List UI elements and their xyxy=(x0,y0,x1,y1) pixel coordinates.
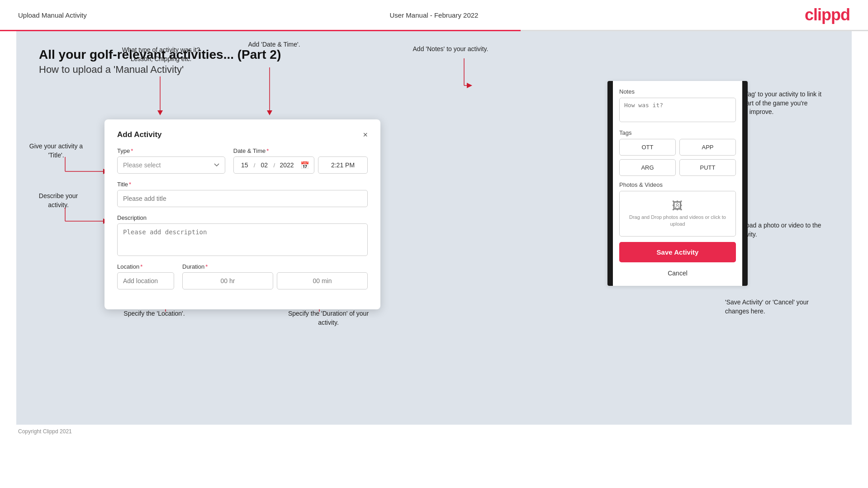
annotation-describe: Describe your activity. xyxy=(29,192,88,209)
top-bar: Upload Manual Activity User Manual - Feb… xyxy=(0,0,868,30)
add-activity-dialog: Add Activity × Type* Please select Date … xyxy=(104,119,380,309)
date-input-group[interactable]: / / 📅 xyxy=(233,156,314,174)
tag-putt[interactable]: PUTT xyxy=(679,159,736,176)
annotation-location: Specify the 'Location'. xyxy=(118,309,190,318)
annotation-save-cancel: 'Save Activity' or 'Cancel' your changes… xyxy=(725,298,829,316)
svg-marker-1 xyxy=(157,110,163,115)
type-group: Type* Please select xyxy=(117,147,225,174)
tag-app[interactable]: APP xyxy=(679,139,736,156)
type-date-row: Type* Please select Date & Time* / / xyxy=(117,147,368,174)
annotation-title: Give your activity a 'Title'. xyxy=(24,142,88,160)
tag-arg[interactable]: ARG xyxy=(619,159,676,176)
annotation-photo: Upload a photo or video to the activity. xyxy=(736,221,827,239)
photos-text: Drag and Drop photos and videos or click… xyxy=(624,214,731,228)
dialog-header: Add Activity × xyxy=(117,130,368,139)
annotation-activity-type: What type of activity was it? Lesson, Ch… xyxy=(111,46,211,63)
desc-label: Description xyxy=(117,214,368,221)
phone-content: Notes Tags OTT APP ARG PUTT Photos & Vid… xyxy=(613,81,742,286)
manual-title: User Manual - February 2022 xyxy=(390,11,479,19)
copyright-text: Copyright Clippd 2021 xyxy=(18,428,72,435)
title-input[interactable] xyxy=(117,190,368,207)
tags-section-label: Tags xyxy=(619,129,736,136)
svg-marker-3 xyxy=(267,110,272,115)
footer: Copyright Clippd 2021 xyxy=(0,425,868,438)
location-duration-row: Location* Duration* xyxy=(117,263,368,289)
duration-hr-input[interactable] xyxy=(182,272,273,289)
duration-label: Duration* xyxy=(182,263,368,270)
notes-section-label: Notes xyxy=(619,88,736,95)
phone-panel: Notes Tags OTT APP ARG PUTT Photos & Vid… xyxy=(607,81,748,286)
annotation-duration: Specify the 'Duration' of your activity. xyxy=(283,309,374,327)
datetime-group: Date & Time* / / 📅 xyxy=(233,147,368,174)
page-subtitle: How to upload a 'Manual Activity' xyxy=(39,64,829,76)
location-group: Location* xyxy=(117,263,174,289)
desc-textarea[interactable] xyxy=(117,223,368,256)
annotation-notes: Add 'Notes' to your activity. xyxy=(410,45,491,54)
tags-grid: OTT APP ARG PUTT xyxy=(619,139,736,176)
photos-section-label: Photos & Videos xyxy=(619,181,736,188)
photo-icon: 🖼 xyxy=(624,199,731,212)
photos-drop-zone[interactable]: 🖼 Drag and Drop photos and videos or cli… xyxy=(619,191,736,237)
svg-marker-16 xyxy=(467,83,472,88)
dialog-title: Add Activity xyxy=(117,130,162,139)
duration-group: Duration* xyxy=(182,263,368,289)
duration-min-input[interactable] xyxy=(277,272,368,289)
time-input[interactable] xyxy=(318,156,368,174)
close-button[interactable]: × xyxy=(363,131,368,139)
notes-textarea[interactable] xyxy=(619,98,736,122)
page-label: Upload Manual Activity xyxy=(18,11,87,19)
phone-right-bar xyxy=(742,81,748,286)
duration-inputs xyxy=(182,272,368,289)
description-group: Description xyxy=(117,214,368,256)
title-group: Title* xyxy=(117,181,368,207)
save-activity-button[interactable]: Save Activity xyxy=(619,242,736,262)
tag-ott[interactable]: OTT xyxy=(619,139,676,156)
annotation-date-time: Add 'Date & Time'. xyxy=(233,40,315,49)
main-content: All your golf-relevant activities... (Pa… xyxy=(16,31,852,425)
brand-logo: clippd xyxy=(805,5,850,24)
cancel-button[interactable]: Cancel xyxy=(619,267,736,280)
type-label: Type* xyxy=(117,147,225,154)
title-field-label: Title* xyxy=(117,181,368,188)
datetime-label: Date & Time* xyxy=(233,147,368,154)
date-year-input[interactable] xyxy=(278,161,296,169)
location-input[interactable] xyxy=(117,272,174,289)
date-month-input[interactable] xyxy=(258,161,270,169)
calendar-icon[interactable]: 📅 xyxy=(300,161,309,170)
date-day-input[interactable] xyxy=(238,161,251,169)
required-star: * xyxy=(131,147,133,154)
location-label: Location* xyxy=(117,263,174,270)
type-select[interactable]: Please select xyxy=(117,156,225,174)
phone-left-bar xyxy=(607,81,613,286)
